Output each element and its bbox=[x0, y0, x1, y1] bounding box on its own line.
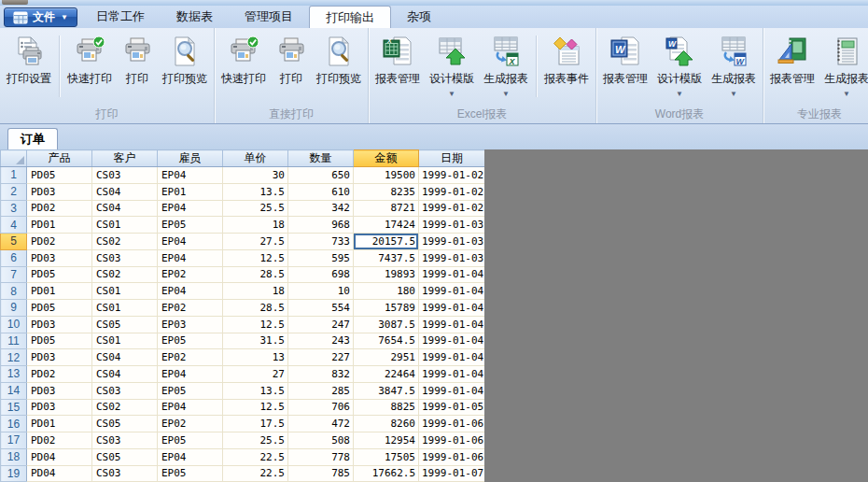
cell-product[interactable]: PD05 bbox=[27, 333, 92, 349]
cell-employee[interactable]: EP01 bbox=[158, 183, 223, 200]
cell-date[interactable]: 1999-01-02 bbox=[419, 167, 485, 184]
cell-employee[interactable]: EP03 bbox=[158, 316, 223, 333]
quick-print-button[interactable]: 快速打印 bbox=[63, 29, 117, 100]
cell-employee[interactable]: EP04 bbox=[158, 399, 223, 416]
cell-price[interactable]: 12.5 bbox=[223, 316, 288, 333]
cell-amount[interactable]: 19500 bbox=[354, 167, 419, 184]
cell-date[interactable]: 1999-01-07 bbox=[419, 465, 485, 482]
cell-amount[interactable]: 15789 bbox=[354, 300, 419, 317]
row-header-8[interactable]: 8 bbox=[1, 283, 27, 300]
cell-qty[interactable]: 247 bbox=[288, 316, 354, 333]
cell-date[interactable]: 1999-01-04 bbox=[419, 366, 485, 383]
cell-product[interactable]: PD02 bbox=[27, 200, 92, 217]
column-header-employee[interactable]: 雇员 bbox=[158, 150, 223, 167]
cell-qty[interactable]: 610 bbox=[288, 183, 354, 200]
cell-employee[interactable]: EP02 bbox=[158, 349, 223, 366]
pro-generate-report-button[interactable]: 生成报表▼ bbox=[819, 29, 868, 100]
cell-date[interactable]: 1999-01-03 bbox=[419, 217, 485, 234]
cell-amount[interactable]: 20157.5 bbox=[354, 234, 419, 250]
row-header-15[interactable]: 15 bbox=[1, 399, 27, 416]
cell-amount[interactable]: 3087.5 bbox=[354, 316, 419, 333]
cell-customer[interactable]: CS02 bbox=[92, 234, 158, 250]
cell-price[interactable]: 18 bbox=[223, 217, 288, 234]
cell-employee[interactable]: EP02 bbox=[158, 266, 223, 283]
cell-amount[interactable]: 3847.5 bbox=[354, 382, 419, 399]
cell-product[interactable]: PD05 bbox=[27, 266, 92, 283]
cell-date[interactable]: 1999-01-04 bbox=[419, 349, 485, 366]
cell-employee[interactable]: EP02 bbox=[158, 300, 223, 317]
cell-product[interactable]: PD05 bbox=[27, 300, 92, 317]
cell-customer[interactable]: CS01 bbox=[92, 300, 158, 317]
cell-product[interactable]: PD05 bbox=[27, 167, 92, 184]
cell-date[interactable]: 1999-01-02 bbox=[419, 183, 485, 200]
column-header-customer[interactable]: 客户 bbox=[92, 150, 158, 167]
cell-employee[interactable]: EP04 bbox=[158, 283, 223, 300]
cell-product[interactable]: PD03 bbox=[27, 399, 92, 416]
tab-manage-projects[interactable]: 管理项目 bbox=[229, 6, 309, 28]
cell-qty[interactable]: 472 bbox=[288, 416, 354, 432]
cell-price[interactable]: 13 bbox=[223, 349, 288, 366]
cell-date[interactable]: 1999-01-04 bbox=[419, 333, 485, 349]
cell-qty[interactable]: 733 bbox=[288, 234, 354, 250]
cell-customer[interactable]: CS05 bbox=[92, 316, 158, 333]
cell-product[interactable]: PD02 bbox=[27, 234, 92, 250]
cell-price[interactable]: 25.5 bbox=[223, 432, 288, 449]
select-all-corner[interactable] bbox=[1, 150, 27, 167]
cell-product[interactable]: PD01 bbox=[27, 217, 92, 234]
cell-date[interactable]: 1999-01-04 bbox=[419, 382, 485, 399]
print-preview-button[interactable]: 打印预览 bbox=[158, 29, 212, 100]
row-header-2[interactable]: 2 bbox=[1, 183, 27, 200]
row-header-14[interactable]: 14 bbox=[1, 382, 27, 399]
cell-customer[interactable]: CS04 bbox=[92, 200, 158, 217]
cell-amount[interactable]: 19893 bbox=[354, 266, 419, 283]
cell-employee[interactable]: EP05 bbox=[158, 382, 223, 399]
cell-qty[interactable]: 243 bbox=[288, 333, 354, 349]
quick-access-toolbar-fragment[interactable] bbox=[2, 0, 28, 5]
cell-customer[interactable]: CS05 bbox=[92, 416, 158, 432]
cell-date[interactable]: 1999-01-02 bbox=[419, 200, 485, 217]
cell-price[interactable]: 13.5 bbox=[223, 183, 288, 200]
row-header-19[interactable]: 19 bbox=[1, 465, 27, 482]
cell-employee[interactable]: EP02 bbox=[158, 416, 223, 432]
cell-amount[interactable]: 7654.5 bbox=[354, 333, 419, 349]
cell-product[interactable]: PD04 bbox=[27, 448, 92, 465]
cell-amount[interactable]: 8825 bbox=[354, 399, 419, 416]
cell-amount[interactable]: 17662.5 bbox=[354, 465, 419, 482]
row-header-6[interactable]: 6 bbox=[1, 249, 27, 266]
cell-product[interactable]: PD01 bbox=[27, 283, 92, 300]
cell-qty[interactable]: 650 bbox=[288, 167, 354, 184]
cell-product[interactable]: PD03 bbox=[27, 316, 92, 333]
cell-amount[interactable]: 2951 bbox=[354, 349, 419, 366]
row-header-12[interactable]: 12 bbox=[1, 349, 27, 366]
row-header-17[interactable]: 17 bbox=[1, 432, 27, 449]
word-generate-report-button[interactable]: W生成报表▼ bbox=[707, 29, 761, 100]
report-event-button[interactable]: 报表事件 bbox=[539, 29, 594, 100]
direct-quick-print-button[interactable]: 快速打印 bbox=[217, 29, 271, 100]
cell-product[interactable]: PD04 bbox=[27, 465, 92, 482]
print-button[interactable]: 打印 bbox=[117, 29, 158, 100]
tab-print-output[interactable]: 打印输出 bbox=[309, 6, 391, 28]
file-menu-button[interactable]: 文件 ▼ bbox=[4, 7, 77, 27]
cell-qty[interactable]: 785 bbox=[288, 465, 354, 482]
column-header-amount[interactable]: 金额 bbox=[354, 150, 419, 167]
cell-customer[interactable]: CS05 bbox=[92, 448, 158, 465]
row-header-11[interactable]: 11 bbox=[1, 333, 27, 349]
row-header-16[interactable]: 16 bbox=[1, 416, 27, 432]
cell-price[interactable]: 18 bbox=[223, 283, 288, 300]
cell-employee[interactable]: EP05 bbox=[158, 217, 223, 234]
row-header-7[interactable]: 7 bbox=[1, 266, 27, 283]
cell-amount[interactable]: 12954 bbox=[354, 432, 419, 449]
cell-employee[interactable]: EP04 bbox=[158, 249, 223, 266]
cell-product[interactable]: PD03 bbox=[27, 249, 92, 266]
cell-customer[interactable]: CS04 bbox=[92, 349, 158, 366]
direct-print-preview-button[interactable]: 打印预览 bbox=[312, 29, 366, 100]
cell-price[interactable]: 12.5 bbox=[223, 399, 288, 416]
cell-customer[interactable]: CS03 bbox=[92, 432, 158, 449]
cell-employee[interactable]: EP04 bbox=[158, 234, 223, 250]
cell-price[interactable]: 12.5 bbox=[223, 249, 288, 266]
cell-date[interactable]: 1999-01-03 bbox=[419, 249, 485, 266]
column-header-date[interactable]: 日期 bbox=[419, 150, 485, 167]
cell-customer[interactable]: CS03 bbox=[92, 249, 158, 266]
cell-price[interactable]: 25.5 bbox=[223, 200, 288, 217]
row-header-13[interactable]: 13 bbox=[1, 366, 27, 383]
